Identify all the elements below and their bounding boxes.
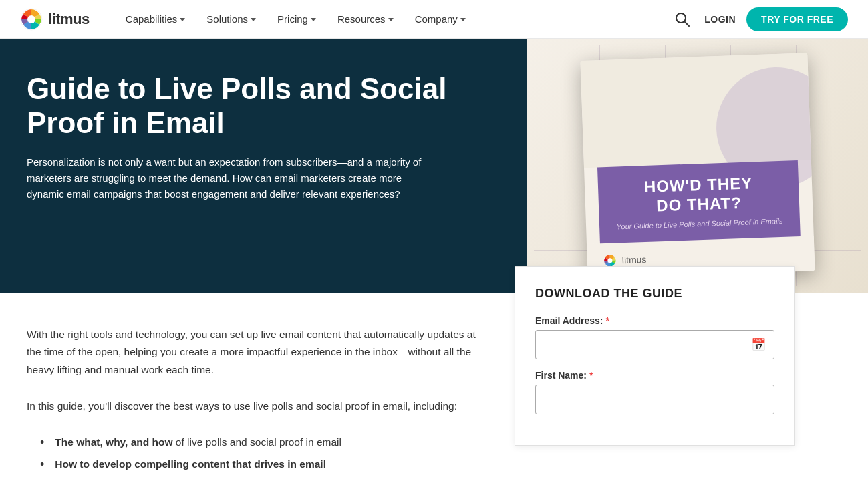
logo-link[interactable]: litmus (20, 8, 90, 31)
feature-list: The what, why, and how of live polls and… (27, 434, 481, 474)
site-header: litmus Capabilities Solutions Pricing Re… (0, 0, 868, 39)
list-item-text: The what, why, and how of live polls and… (55, 434, 341, 451)
search-icon (675, 12, 690, 27)
main-content: With the right tools and technology, you… (0, 293, 508, 479)
chevron-down-icon (311, 18, 316, 21)
book-litmus-logo-icon (603, 253, 617, 267)
nav-resources[interactable]: Resources (328, 9, 403, 29)
main-wrapper: With the right tools and technology, you… (0, 293, 868, 479)
firstname-form-group: First Name: * (535, 370, 774, 414)
hero-image-area: HOW'D THEY DO THAT? Your Guide to Live P… (527, 39, 868, 293)
list-item-bold: How to develop compelling content that d… (55, 458, 326, 470)
email-form-group: Email Address: * 📅 (535, 315, 774, 359)
email-label: Email Address: * (535, 315, 774, 326)
body-paragraph-2: In this guide, you'll discover the best … (27, 397, 481, 415)
hero-title: Guide to Live Polls and Social Proof in … (27, 72, 474, 140)
list-item-text: How to develop compelling content that d… (55, 456, 326, 473)
book-cover-background: HOW'D THEY DO THAT? Your Guide to Live P… (527, 39, 868, 293)
nav-pricing[interactable]: Pricing (268, 9, 325, 29)
download-title: DOWNLOAD THE GUIDE (535, 287, 774, 301)
svg-line-3 (684, 21, 689, 26)
svg-point-1 (27, 15, 35, 23)
hero-description: Personalization is not only a want but a… (27, 154, 441, 202)
chevron-down-icon (388, 18, 394, 21)
email-input-container[interactable]: 📅 (535, 330, 774, 359)
hero-content: Guide to Live Polls and Social Proof in … (0, 39, 501, 293)
chevron-down-icon (251, 18, 256, 21)
firstname-label: First Name: * (535, 370, 774, 381)
logo-icon (20, 8, 43, 31)
firstname-input-container[interactable] (535, 385, 774, 414)
header-right: LOGIN TRY FOR FREE (671, 7, 848, 31)
firstname-input[interactable] (544, 394, 766, 405)
nav-solutions[interactable]: Solutions (197, 9, 265, 29)
chevron-down-icon (460, 18, 466, 21)
list-item: How to develop compelling content that d… (40, 456, 481, 474)
book-subtitle: Your Guide to Live Polls and Social Proo… (615, 216, 784, 230)
email-input[interactable] (544, 339, 751, 350)
list-item-bold: The what, why, and how (55, 436, 172, 448)
sidebar: DOWNLOAD THE GUIDE Email Address: * 📅 Fi… (508, 293, 815, 479)
download-form-section: DOWNLOAD THE GUIDE Email Address: * 📅 Fi… (515, 266, 795, 446)
book-logo-text: litmus (622, 254, 647, 265)
book-cover-card: HOW'D THEY DO THAT? Your Guide to Live P… (580, 53, 815, 278)
search-button[interactable] (671, 8, 694, 31)
hero-section: Guide to Live Polls and Social Proof in … (0, 39, 868, 293)
email-required-star: * (605, 315, 609, 326)
book-cover-bg (580, 53, 811, 168)
main-nav: Capabilities Solutions Pricing Resources… (116, 9, 671, 29)
logo-text: litmus (48, 11, 90, 28)
try-free-button[interactable]: TRY FOR FREE (746, 7, 848, 31)
nav-capabilities[interactable]: Capabilities (116, 9, 195, 29)
firstname-required-star: * (589, 370, 593, 381)
nav-company[interactable]: Company (406, 9, 475, 29)
email-icon: 📅 (751, 337, 766, 352)
list-item: The what, why, and how of live polls and… (40, 434, 481, 452)
book-purple-band: HOW'D THEY DO THAT? Your Guide to Live P… (597, 160, 801, 243)
chevron-down-icon (180, 18, 185, 21)
body-paragraph-1: With the right tools and technology, you… (27, 326, 481, 379)
login-link[interactable]: LOGIN (704, 14, 736, 25)
